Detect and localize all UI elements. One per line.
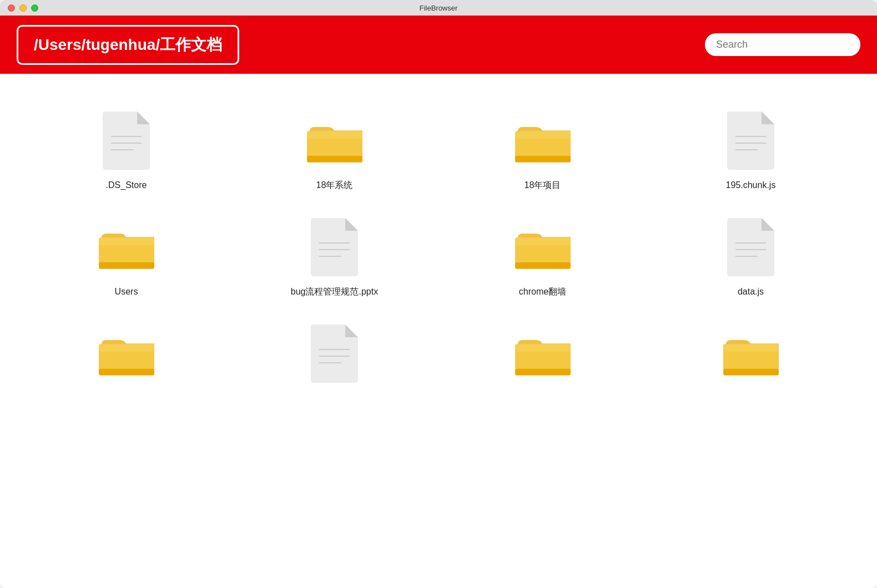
file-content: .DS_Store 18年系统 18年项目 195.chunk.js <box>0 74 877 588</box>
path-display[interactable]: /Users/tugenhua/工作文档 <box>17 25 239 65</box>
file-icon <box>723 214 779 280</box>
svg-rect-42 <box>723 369 779 376</box>
file-item[interactable] <box>647 310 855 404</box>
file-name: 18年系统 <box>316 179 353 191</box>
window-title: FileBrowser <box>420 4 458 12</box>
folder-icon <box>515 321 571 387</box>
folder-icon <box>515 107 571 174</box>
close-button[interactable] <box>8 4 15 12</box>
svg-rect-14 <box>515 131 571 139</box>
folder-icon <box>723 321 779 387</box>
file-name: Users <box>115 286 138 298</box>
file-item[interactable] <box>438 310 647 404</box>
svg-rect-15 <box>515 155 571 162</box>
svg-rect-26 <box>515 237 571 245</box>
file-name: .DS_Store <box>106 179 147 191</box>
file-item[interactable]: chrome翻墙 <box>438 202 647 309</box>
svg-rect-33 <box>99 369 154 376</box>
svg-rect-12 <box>307 155 362 162</box>
svg-rect-20 <box>99 237 154 245</box>
file-name: bug流程管理规范.pptx <box>291 286 378 298</box>
folder-icon <box>515 214 571 280</box>
file-item[interactable]: Users <box>22 202 230 309</box>
minimize-button[interactable] <box>19 4 27 12</box>
svg-rect-32 <box>99 344 154 352</box>
file-item[interactable]: 18年项目 <box>438 96 647 202</box>
file-icon <box>723 107 779 174</box>
file-item[interactable]: 18年系统 <box>230 96 438 202</box>
svg-rect-21 <box>99 262 154 269</box>
file-icon <box>99 107 154 174</box>
svg-rect-27 <box>515 262 571 269</box>
file-item[interactable]: 195.chunk.js <box>647 96 855 202</box>
folder-icon <box>307 107 362 174</box>
file-item[interactable] <box>22 310 230 404</box>
traffic-lights <box>8 4 38 12</box>
svg-rect-11 <box>307 131 362 139</box>
folder-icon <box>99 321 154 387</box>
app-header: /Users/tugenhua/工作文档 <box>0 16 877 74</box>
svg-rect-38 <box>515 344 571 352</box>
svg-rect-41 <box>723 344 779 352</box>
file-name: chrome翻墙 <box>519 286 566 298</box>
folder-icon <box>99 214 154 280</box>
svg-rect-39 <box>515 369 571 376</box>
file-item[interactable]: bug流程管理规范.pptx <box>230 202 438 309</box>
search-input[interactable] <box>705 33 860 56</box>
file-name: data.js <box>738 286 764 298</box>
file-grid: .DS_Store 18年系统 18年项目 195.chunk.js <box>0 85 877 415</box>
file-item[interactable]: data.js <box>647 202 855 309</box>
maximize-button[interactable] <box>31 4 38 12</box>
file-icon <box>307 214 362 280</box>
file-name: 18年项目 <box>525 179 561 191</box>
file-name: 195.chunk.js <box>726 179 776 191</box>
file-icon <box>307 321 362 387</box>
file-item[interactable] <box>230 310 438 404</box>
file-item[interactable]: .DS_Store <box>22 96 230 202</box>
title-bar: FileBrowser <box>0 0 877 16</box>
